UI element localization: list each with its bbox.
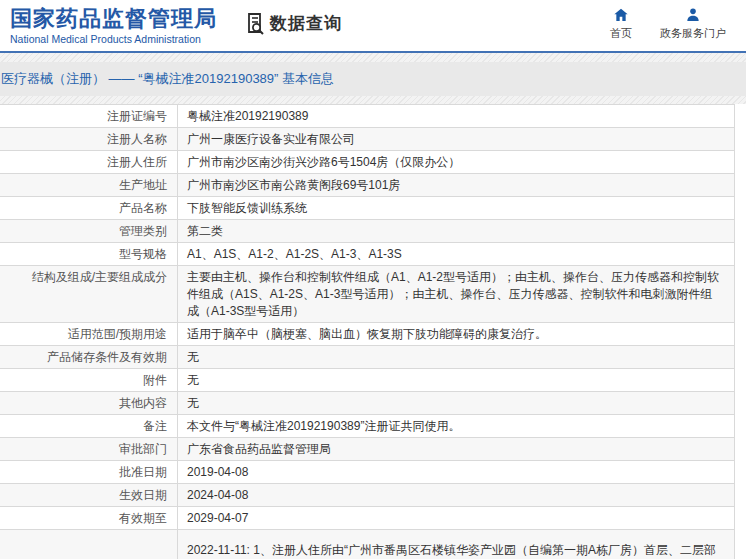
home-icon — [613, 7, 629, 23]
breadcrumb-bar: 医疗器械（注册） —— “粤械注准20192190389” 基本信息 — [0, 62, 746, 96]
user-icon — [685, 7, 701, 23]
row-label: 生效日期 — [0, 484, 177, 506]
nmpa-logo[interactable]: 国家药品监督管理局 National Medical Products Admi… — [0, 0, 217, 45]
table-row: 型号规格A1、A1S、A1-2、A1-2S、A1-3、A1-3S — [0, 243, 734, 266]
table-row: 注册人住所广州市南沙区南沙街兴沙路6号1504房（仅限办公） — [0, 151, 734, 174]
table-row: 注册证编号粤械注准20192190389 — [0, 105, 734, 128]
table-row: 注册人名称广州一康医疗设备实业有限公司 — [0, 128, 734, 151]
nav-gov-portal[interactable]: 政务服务门户 — [660, 7, 726, 41]
row-label: 管理类别 — [0, 220, 177, 242]
table-row: 批准日期2019-04-08 — [0, 461, 734, 484]
nav-gov-portal-label: 政务服务门户 — [660, 26, 726, 41]
table-row: 有效期至2029-04-07 — [0, 507, 734, 530]
logo-subtitle: National Medical Products Administration — [10, 33, 217, 45]
table-row: 结构及组成/主要组成成分主要由主机、操作台和控制软件组成（A1、A1-2型号适用… — [0, 266, 734, 323]
page-title: 医疗器械（注册） —— “粤械注准20192190389” 基本信息 — [0, 70, 334, 88]
table-row: 其他内容无 — [0, 392, 734, 415]
data-query-link[interactable]: 数据查询 — [243, 11, 342, 35]
header-nav: 首页 政务服务门户 — [610, 0, 746, 41]
row-value: 无 — [177, 392, 734, 414]
row-label: 注册人名称 — [0, 128, 177, 150]
row-label: 产品名称 — [0, 197, 177, 219]
info-table: 注册证编号粤械注准20192190389注册人名称广州一康医疗设备实业有限公司注… — [0, 104, 735, 559]
row-label: 审批部门 — [0, 438, 177, 460]
document-search-icon — [243, 11, 267, 35]
row-value: 粤械注准20192190389 — [177, 105, 734, 127]
row-value: 主要由主机、操作台和控制软件组成（A1、A1-2型号适用）；由主机、操作台、压力… — [177, 266, 734, 322]
row-label: 生产地址 — [0, 174, 177, 196]
table-row: 管理类别第二类 — [0, 220, 734, 243]
page-header: 国家药品监督管理局 National Medical Products Admi… — [0, 0, 746, 53]
row-value: 2024-04-08 — [177, 484, 734, 506]
row-value: 广东省食品药品监督管理局 — [177, 438, 734, 460]
logo-title: 国家药品监督管理局 — [10, 6, 217, 31]
row-label: 批准日期 — [0, 461, 177, 483]
row-label: 适用范围/预期用途 — [0, 323, 177, 345]
table-row: 产品储存条件及有效期无 — [0, 346, 734, 369]
row-value: 下肢智能反馈训练系统 — [177, 197, 734, 219]
table-row: 审批部门广东省食品药品监督管理局 — [0, 438, 734, 461]
breadcrumb-divider-strip — [0, 96, 746, 104]
nav-home-label: 首页 — [610, 26, 632, 41]
row-value: 第二类 — [177, 220, 734, 242]
row-label: 附件 — [0, 369, 177, 391]
row-label: 备注 — [0, 415, 177, 437]
row-value: 2019-04-08 — [177, 461, 734, 483]
row-label — [0, 530, 177, 559]
data-query-label: 数据查询 — [270, 12, 342, 35]
row-label: 产品储存条件及有效期 — [0, 346, 177, 368]
table-row: 产品名称下肢智能反馈训练系统 — [0, 197, 734, 220]
row-value: 无 — [177, 369, 734, 391]
row-value: 广州一康医疗设备实业有限公司 — [177, 128, 734, 150]
table-row: 备注本文件与“粤械注准20192190389”注册证共同使用。 — [0, 415, 734, 438]
row-value: 2029-04-07 — [177, 507, 734, 529]
row-label: 注册证编号 — [0, 105, 177, 127]
row-label: 结构及组成/主要组成成分 — [0, 266, 177, 322]
table-row: 生产地址广州市南沙区市南公路黄阁段69号101房 — [0, 174, 734, 197]
row-label: 有效期至 — [0, 507, 177, 529]
row-value: 2022-11-11: 1、注册人住所由“广州市番禺区石楼镇华姿产业园（自编第一… — [177, 530, 734, 559]
row-label: 型号规格 — [0, 243, 177, 265]
row-value: 无 — [177, 346, 734, 368]
row-label: 其他内容 — [0, 392, 177, 414]
row-label: 注册人住所 — [0, 151, 177, 173]
table-row: 适用范围/预期用途适用于脑卒中（脑梗塞、脑出血）恢复期下肢功能障碍的康复治疗。 — [0, 323, 734, 346]
table-row: 附件无 — [0, 369, 734, 392]
row-value: A1、A1S、A1-2、A1-2S、A1-3、A1-3S — [177, 243, 734, 265]
row-value: 广州市南沙区市南公路黄阁段69号101房 — [177, 174, 734, 196]
table-row: 2022-11-11: 1、注册人住所由“广州市番禺区石楼镇华姿产业园（自编第一… — [0, 530, 734, 559]
table-row: 生效日期2024-04-08 — [0, 484, 734, 507]
header-divider-strip — [0, 53, 746, 62]
nav-home[interactable]: 首页 — [610, 7, 632, 41]
row-value: 适用于脑卒中（脑梗塞、脑出血）恢复期下肢功能障碍的康复治疗。 — [177, 323, 734, 345]
row-value: 本文件与“粤械注准20192190389”注册证共同使用。 — [177, 415, 734, 437]
row-value: 广州市南沙区南沙街兴沙路6号1504房（仅限办公） — [177, 151, 734, 173]
